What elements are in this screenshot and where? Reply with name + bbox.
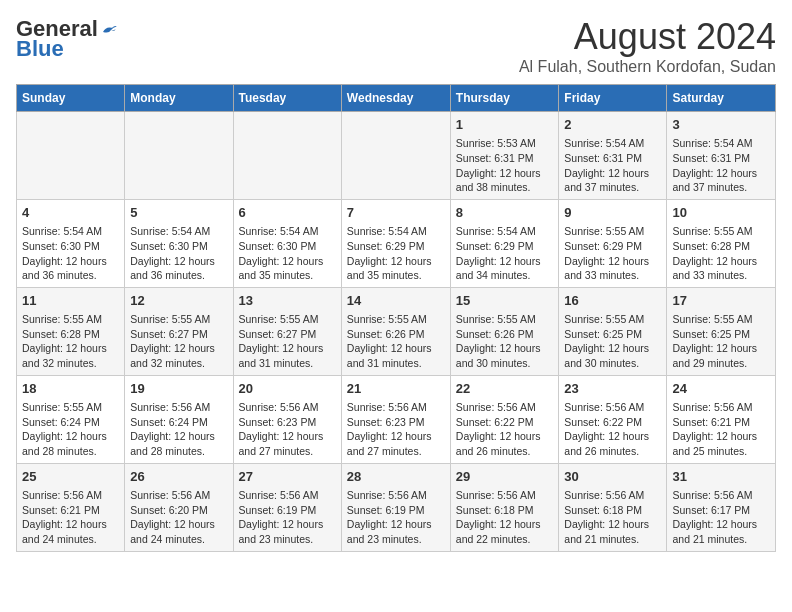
calendar-cell: 30Sunrise: 5:56 AM Sunset: 6:18 PM Dayli… [559, 463, 667, 551]
cell-content: Sunrise: 5:55 AM Sunset: 6:27 PM Dayligh… [239, 312, 336, 371]
calendar-cell: 5Sunrise: 5:54 AM Sunset: 6:30 PM Daylig… [125, 199, 233, 287]
calendar-cell [125, 112, 233, 200]
cell-content: Sunrise: 5:56 AM Sunset: 6:19 PM Dayligh… [239, 488, 336, 547]
calendar-cell: 16Sunrise: 5:55 AM Sunset: 6:25 PM Dayli… [559, 287, 667, 375]
day-number: 26 [130, 468, 227, 486]
day-number: 22 [456, 380, 554, 398]
header-saturday: Saturday [667, 85, 776, 112]
cell-content: Sunrise: 5:56 AM Sunset: 6:21 PM Dayligh… [22, 488, 119, 547]
day-number: 19 [130, 380, 227, 398]
week-row-5: 25Sunrise: 5:56 AM Sunset: 6:21 PM Dayli… [17, 463, 776, 551]
calendar-cell: 17Sunrise: 5:55 AM Sunset: 6:25 PM Dayli… [667, 287, 776, 375]
day-number: 1 [456, 116, 554, 134]
day-number: 5 [130, 204, 227, 222]
cell-content: Sunrise: 5:54 AM Sunset: 6:31 PM Dayligh… [672, 136, 770, 195]
calendar-cell: 11Sunrise: 5:55 AM Sunset: 6:28 PM Dayli… [17, 287, 125, 375]
header-friday: Friday [559, 85, 667, 112]
day-number: 24 [672, 380, 770, 398]
day-number: 28 [347, 468, 445, 486]
calendar-cell: 27Sunrise: 5:56 AM Sunset: 6:19 PM Dayli… [233, 463, 341, 551]
calendar-cell: 4Sunrise: 5:54 AM Sunset: 6:30 PM Daylig… [17, 199, 125, 287]
calendar-cell: 6Sunrise: 5:54 AM Sunset: 6:30 PM Daylig… [233, 199, 341, 287]
cell-content: Sunrise: 5:56 AM Sunset: 6:19 PM Dayligh… [347, 488, 445, 547]
day-number: 30 [564, 468, 661, 486]
week-row-1: 1Sunrise: 5:53 AM Sunset: 6:31 PM Daylig… [17, 112, 776, 200]
cell-content: Sunrise: 5:56 AM Sunset: 6:22 PM Dayligh… [456, 400, 554, 459]
calendar-cell: 9Sunrise: 5:55 AM Sunset: 6:29 PM Daylig… [559, 199, 667, 287]
day-number: 10 [672, 204, 770, 222]
cell-content: Sunrise: 5:55 AM Sunset: 6:28 PM Dayligh… [672, 224, 770, 283]
header-thursday: Thursday [450, 85, 559, 112]
calendar-cell [17, 112, 125, 200]
day-number: 15 [456, 292, 554, 310]
calendar-cell [233, 112, 341, 200]
day-number: 14 [347, 292, 445, 310]
cell-content: Sunrise: 5:56 AM Sunset: 6:24 PM Dayligh… [130, 400, 227, 459]
page-header: General Blue August 2024 Al Fulah, South… [16, 16, 776, 76]
cell-content: Sunrise: 5:54 AM Sunset: 6:29 PM Dayligh… [347, 224, 445, 283]
day-number: 27 [239, 468, 336, 486]
calendar-subtitle: Al Fulah, Southern Kordofan, Sudan [519, 58, 776, 76]
week-row-4: 18Sunrise: 5:55 AM Sunset: 6:24 PM Dayli… [17, 375, 776, 463]
calendar-cell: 25Sunrise: 5:56 AM Sunset: 6:21 PM Dayli… [17, 463, 125, 551]
day-number: 20 [239, 380, 336, 398]
cell-content: Sunrise: 5:54 AM Sunset: 6:31 PM Dayligh… [564, 136, 661, 195]
cell-content: Sunrise: 5:56 AM Sunset: 6:21 PM Dayligh… [672, 400, 770, 459]
calendar-cell: 22Sunrise: 5:56 AM Sunset: 6:22 PM Dayli… [450, 375, 559, 463]
cell-content: Sunrise: 5:56 AM Sunset: 6:17 PM Dayligh… [672, 488, 770, 547]
calendar-cell: 2Sunrise: 5:54 AM Sunset: 6:31 PM Daylig… [559, 112, 667, 200]
cell-content: Sunrise: 5:54 AM Sunset: 6:30 PM Dayligh… [22, 224, 119, 283]
week-row-2: 4Sunrise: 5:54 AM Sunset: 6:30 PM Daylig… [17, 199, 776, 287]
calendar-table: SundayMondayTuesdayWednesdayThursdayFrid… [16, 84, 776, 552]
calendar-cell: 31Sunrise: 5:56 AM Sunset: 6:17 PM Dayli… [667, 463, 776, 551]
cell-content: Sunrise: 5:56 AM Sunset: 6:18 PM Dayligh… [564, 488, 661, 547]
header-sunday: Sunday [17, 85, 125, 112]
day-number: 29 [456, 468, 554, 486]
cell-content: Sunrise: 5:56 AM Sunset: 6:18 PM Dayligh… [456, 488, 554, 547]
calendar-cell: 20Sunrise: 5:56 AM Sunset: 6:23 PM Dayli… [233, 375, 341, 463]
header-monday: Monday [125, 85, 233, 112]
day-number: 2 [564, 116, 661, 134]
cell-content: Sunrise: 5:54 AM Sunset: 6:30 PM Dayligh… [239, 224, 336, 283]
calendar-cell: 24Sunrise: 5:56 AM Sunset: 6:21 PM Dayli… [667, 375, 776, 463]
calendar-cell: 15Sunrise: 5:55 AM Sunset: 6:26 PM Dayli… [450, 287, 559, 375]
logo: General Blue [16, 16, 118, 62]
day-number: 21 [347, 380, 445, 398]
logo-blue-text: Blue [16, 36, 64, 62]
day-number: 16 [564, 292, 661, 310]
logo-bird-icon [100, 20, 118, 38]
calendar-cell [341, 112, 450, 200]
calendar-cell: 21Sunrise: 5:56 AM Sunset: 6:23 PM Dayli… [341, 375, 450, 463]
cell-content: Sunrise: 5:55 AM Sunset: 6:25 PM Dayligh… [564, 312, 661, 371]
calendar-cell: 3Sunrise: 5:54 AM Sunset: 6:31 PM Daylig… [667, 112, 776, 200]
calendar-cell: 18Sunrise: 5:55 AM Sunset: 6:24 PM Dayli… [17, 375, 125, 463]
cell-content: Sunrise: 5:55 AM Sunset: 6:24 PM Dayligh… [22, 400, 119, 459]
cell-content: Sunrise: 5:55 AM Sunset: 6:27 PM Dayligh… [130, 312, 227, 371]
title-block: August 2024 Al Fulah, Southern Kordofan,… [519, 16, 776, 76]
header-tuesday: Tuesday [233, 85, 341, 112]
cell-content: Sunrise: 5:53 AM Sunset: 6:31 PM Dayligh… [456, 136, 554, 195]
header-wednesday: Wednesday [341, 85, 450, 112]
calendar-cell: 29Sunrise: 5:56 AM Sunset: 6:18 PM Dayli… [450, 463, 559, 551]
day-number: 7 [347, 204, 445, 222]
cell-content: Sunrise: 5:55 AM Sunset: 6:26 PM Dayligh… [456, 312, 554, 371]
cell-content: Sunrise: 5:55 AM Sunset: 6:26 PM Dayligh… [347, 312, 445, 371]
calendar-cell: 8Sunrise: 5:54 AM Sunset: 6:29 PM Daylig… [450, 199, 559, 287]
calendar-title: August 2024 [519, 16, 776, 58]
cell-content: Sunrise: 5:54 AM Sunset: 6:30 PM Dayligh… [130, 224, 227, 283]
calendar-cell: 19Sunrise: 5:56 AM Sunset: 6:24 PM Dayli… [125, 375, 233, 463]
calendar-cell: 26Sunrise: 5:56 AM Sunset: 6:20 PM Dayli… [125, 463, 233, 551]
calendar-cell: 28Sunrise: 5:56 AM Sunset: 6:19 PM Dayli… [341, 463, 450, 551]
day-number: 31 [672, 468, 770, 486]
calendar-cell: 10Sunrise: 5:55 AM Sunset: 6:28 PM Dayli… [667, 199, 776, 287]
day-number: 23 [564, 380, 661, 398]
cell-content: Sunrise: 5:56 AM Sunset: 6:23 PM Dayligh… [347, 400, 445, 459]
calendar-cell: 1Sunrise: 5:53 AM Sunset: 6:31 PM Daylig… [450, 112, 559, 200]
week-row-3: 11Sunrise: 5:55 AM Sunset: 6:28 PM Dayli… [17, 287, 776, 375]
cell-content: Sunrise: 5:55 AM Sunset: 6:25 PM Dayligh… [672, 312, 770, 371]
cell-content: Sunrise: 5:56 AM Sunset: 6:23 PM Dayligh… [239, 400, 336, 459]
day-number: 13 [239, 292, 336, 310]
day-number: 17 [672, 292, 770, 310]
calendar-cell: 23Sunrise: 5:56 AM Sunset: 6:22 PM Dayli… [559, 375, 667, 463]
day-number: 11 [22, 292, 119, 310]
